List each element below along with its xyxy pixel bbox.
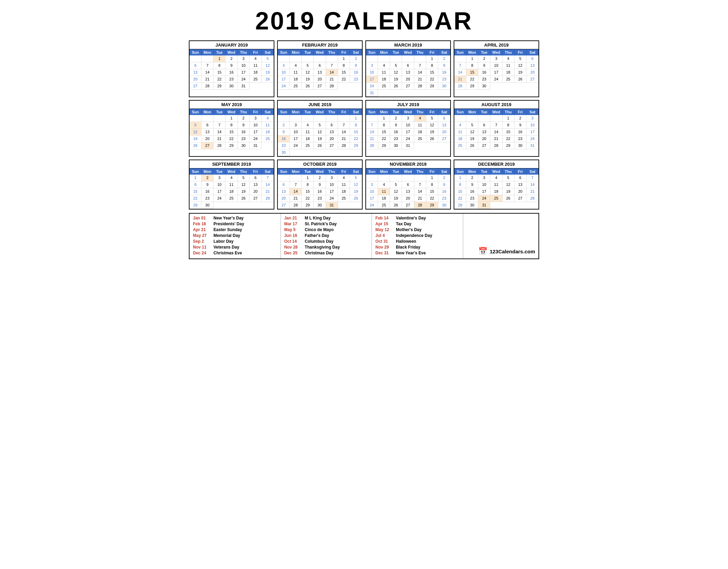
empty-cell <box>378 55 390 62</box>
day-cell: 10 <box>490 62 502 69</box>
day-header: Thu <box>326 168 338 175</box>
day-cell: 8 <box>426 181 438 188</box>
day-cell: 26 <box>238 195 250 202</box>
holiday-name: Memorial Day <box>213 233 240 238</box>
day-cell: 12 <box>238 181 250 188</box>
day-cell: 16 <box>438 69 450 76</box>
day-cell: 9 <box>350 62 362 69</box>
month-block-7: AUGUST 2019SunMonTueWedThuFriSat12345678… <box>454 100 539 157</box>
day-cell: 12 <box>390 69 402 76</box>
empty-cell <box>378 175 390 181</box>
day-cell: 1 <box>503 115 515 122</box>
empty-cell <box>202 55 213 62</box>
day-cell: 21 <box>262 188 274 195</box>
day-cell: 14 <box>262 181 274 188</box>
day-header: Wed <box>490 109 502 115</box>
day-cell: 5 <box>390 62 402 69</box>
day-cell: 18 <box>302 136 314 142</box>
day-cell: 5 <box>390 181 402 188</box>
day-cell: 12 <box>302 69 314 76</box>
holiday-name: Independence Day <box>396 233 432 238</box>
holiday-date: Feb 18 <box>193 222 209 226</box>
month-block-0: JANUARY 2019SunMonTueWedThuFriSat1234567… <box>189 40 274 97</box>
day-cell: 1 <box>454 175 466 181</box>
day-cell: 1 <box>213 55 225 62</box>
day-cell: 11 <box>250 62 262 69</box>
day-cell: 22 <box>426 195 438 202</box>
day-header: Sat <box>350 109 362 115</box>
empty-cell <box>290 115 302 122</box>
day-header: Fri <box>250 109 262 115</box>
day-cell: 26 <box>390 83 402 90</box>
day-cell: 11 <box>490 181 502 188</box>
day-cell: 16 <box>515 129 526 136</box>
day-cell: 19 <box>390 76 402 83</box>
day-cell: 17 <box>478 188 490 195</box>
day-header: Sun <box>190 109 202 115</box>
holiday-name: Valentine's Day <box>396 216 426 220</box>
day-cell: 24 <box>326 195 338 202</box>
day-cell: 30 <box>515 142 526 149</box>
day-cell: 28 <box>414 202 426 209</box>
day-cell: 3 <box>290 122 302 129</box>
day-cell: 28 <box>290 202 302 209</box>
day-cell: 9 <box>466 181 478 188</box>
day-cell: 4 <box>290 62 302 69</box>
day-cell: 30 <box>202 202 213 209</box>
day-header: Wed <box>490 168 502 175</box>
holiday-row: Nov 28Thanksgiving Day <box>284 245 368 250</box>
day-cell: 7 <box>338 122 350 129</box>
day-cell: 25 <box>378 83 390 90</box>
day-cell: 3 <box>278 62 290 69</box>
day-cell: 5 <box>302 62 314 69</box>
holiday-row: Feb 18Presidents' Day <box>193 222 277 226</box>
empty-cell <box>466 115 478 122</box>
holiday-name: Mother's Day <box>396 227 421 232</box>
empty-cell <box>278 175 290 181</box>
day-cell: 29 <box>466 83 478 90</box>
empty-cell <box>390 55 402 62</box>
day-header: Sun <box>454 109 466 115</box>
day-cell: 30 <box>278 149 290 156</box>
month-block-3: APRIL 2019SunMonTueWedThuFriSat123456789… <box>454 40 539 97</box>
day-cell: 14 <box>414 188 426 195</box>
day-cell: 11 <box>414 122 426 129</box>
day-cell: 3 <box>402 115 414 122</box>
holiday-date: Mar 17 <box>284 222 301 226</box>
day-cell: 14 <box>290 188 302 195</box>
day-header: Wed <box>402 109 414 115</box>
day-cell: 26 <box>314 142 326 149</box>
day-cell: 5 <box>262 55 274 62</box>
day-header: Fri <box>338 109 350 115</box>
day-cell: 24 <box>402 136 414 142</box>
day-cell: 23 <box>515 136 526 142</box>
holiday-name: Cinco de Mayo <box>305 227 334 232</box>
day-header: Thu <box>414 109 426 115</box>
day-cell: 3 <box>526 115 538 122</box>
day-cell: 18 <box>225 188 237 195</box>
day-cell: 21 <box>202 76 213 83</box>
day-cell: 21 <box>213 136 225 142</box>
holiday-row: Jun 16Father's Day <box>284 233 368 238</box>
day-cell: 16 <box>438 188 450 195</box>
day-cell: 8 <box>338 62 350 69</box>
day-cell: 8 <box>503 122 515 129</box>
day-cell: 27 <box>478 142 490 149</box>
branding: 📅123Calendars.com <box>478 247 535 256</box>
day-cell: 28 <box>414 83 426 90</box>
day-cell: 9 <box>478 62 490 69</box>
holiday-row: Apr 21Easter Sunday <box>193 227 277 232</box>
day-header: Tue <box>213 49 225 55</box>
holiday-date: Jul 4 <box>375 233 392 238</box>
holiday-name: Veterans Day <box>213 245 239 250</box>
holiday-date: Jan 21 <box>284 216 301 220</box>
holiday-name: New Year's Day <box>213 216 244 220</box>
day-cell: 6 <box>190 62 202 69</box>
empty-cell <box>314 55 326 62</box>
day-cell: 1 <box>378 115 390 122</box>
day-header: Thu <box>414 168 426 175</box>
day-header: Fri <box>426 49 438 55</box>
holiday-date: Dec 25 <box>284 251 301 255</box>
day-cell: 14 <box>490 129 502 136</box>
day-cell: 4 <box>262 115 274 122</box>
